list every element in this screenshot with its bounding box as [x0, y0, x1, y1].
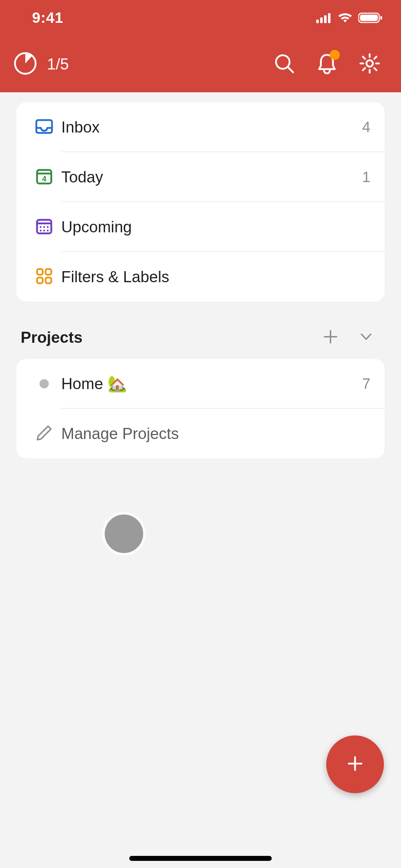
- svg-point-28: [43, 230, 45, 232]
- svg-line-17: [374, 57, 376, 59]
- progress-circle-icon: [14, 52, 37, 77]
- nav-item-filters[interactable]: Filters & Labels: [16, 252, 385, 302]
- svg-point-26: [47, 226, 49, 228]
- search-button[interactable]: [266, 46, 302, 82]
- svg-rect-6: [380, 16, 382, 20]
- svg-rect-32: [37, 278, 43, 283]
- search-icon: [274, 53, 295, 75]
- chevron-down-icon: [358, 329, 374, 346]
- svg-point-27: [40, 230, 42, 232]
- plus-icon: [344, 753, 366, 776]
- svg-line-15: [363, 57, 365, 59]
- project-label: Home 🏡: [61, 374, 362, 393]
- settings-button[interactable]: [352, 46, 387, 82]
- toolbar: 1/5: [0, 36, 401, 92]
- projects-card: Home 🏡 7 Manage Projects: [16, 359, 385, 459]
- svg-rect-1: [320, 17, 323, 23]
- add-project-button[interactable]: [316, 323, 345, 352]
- productivity-button[interactable]: 1/5: [14, 52, 69, 77]
- svg-rect-33: [46, 278, 51, 283]
- svg-text:4: 4: [42, 174, 47, 183]
- progress-label: 1/5: [47, 55, 69, 73]
- nav-item-inbox[interactable]: Inbox 4: [16, 102, 385, 152]
- calendar-today-icon: 4: [35, 167, 53, 187]
- nav-count: 1: [362, 169, 370, 186]
- svg-line-9: [288, 67, 293, 72]
- battery-icon: [358, 12, 383, 24]
- calendar-upcoming-icon: [35, 217, 53, 237]
- home-indicator: [129, 856, 272, 861]
- pencil-icon: [35, 424, 53, 443]
- plus-icon: [322, 329, 339, 346]
- nav-label: Inbox: [61, 118, 362, 136]
- project-color-dot: [40, 379, 49, 388]
- projects-section-header: Projects: [21, 323, 380, 352]
- svg-line-18: [363, 68, 365, 70]
- manage-projects-button[interactable]: Manage Projects: [16, 409, 385, 459]
- touch-indicator: [105, 515, 143, 553]
- grid-icon: [35, 267, 53, 287]
- project-count: 7: [362, 375, 370, 392]
- svg-point-29: [47, 230, 49, 232]
- nav-item-today[interactable]: 4 Today 1: [16, 152, 385, 202]
- svg-line-16: [374, 68, 376, 70]
- inbox-icon: [35, 117, 53, 137]
- projects-title: Projects: [21, 329, 316, 346]
- nav-label: Today: [61, 168, 362, 186]
- svg-point-10: [366, 60, 373, 67]
- wifi-icon: [338, 12, 353, 23]
- svg-rect-2: [324, 15, 327, 23]
- status-icons: [316, 12, 383, 24]
- collapse-projects-button[interactable]: [352, 323, 380, 352]
- nav-item-upcoming[interactable]: Upcoming: [16, 202, 385, 252]
- nav-label: Filters & Labels: [61, 268, 370, 286]
- svg-rect-31: [46, 269, 51, 275]
- gear-icon: [359, 53, 380, 75]
- svg-rect-5: [360, 15, 378, 21]
- main-nav-card: Inbox 4 4 Today 1: [16, 102, 385, 302]
- nav-count: 4: [362, 119, 370, 136]
- notifications-button[interactable]: [309, 46, 345, 82]
- svg-point-25: [43, 226, 45, 228]
- manage-projects-label: Manage Projects: [61, 425, 370, 443]
- cellular-icon: [316, 12, 332, 23]
- svg-rect-0: [316, 20, 319, 23]
- svg-point-24: [40, 226, 42, 228]
- status-bar: 9:41: [0, 0, 401, 36]
- app-header: 9:41: [0, 0, 401, 92]
- nav-label: Upcoming: [61, 218, 370, 236]
- status-time: 9:41: [32, 9, 63, 26]
- project-item-home[interactable]: Home 🏡 7: [16, 359, 385, 409]
- add-task-fab[interactable]: [326, 735, 384, 793]
- svg-rect-3: [328, 13, 330, 23]
- notification-badge: [330, 50, 340, 60]
- svg-rect-30: [37, 269, 43, 275]
